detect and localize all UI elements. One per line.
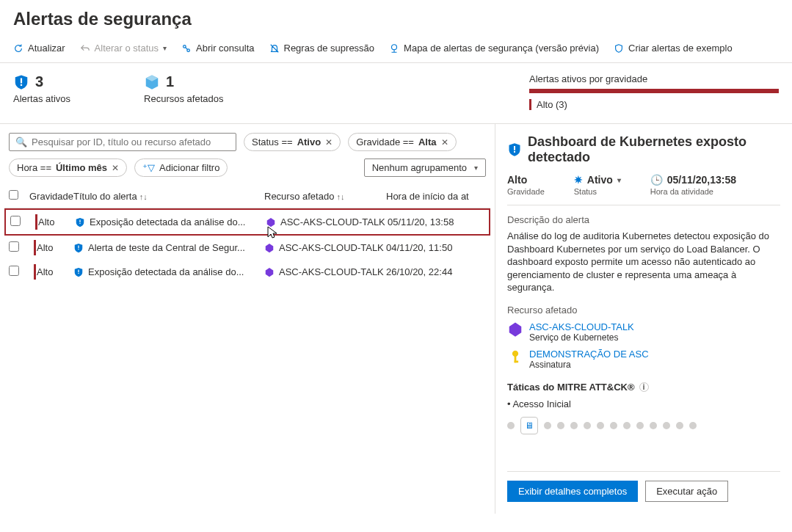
mitre-header: Táticas do MITRE ATT&CK® i [507, 382, 780, 393]
suppression-rules-button[interactable]: Regras de supressão [269, 43, 375, 54]
status-active-icon: ✷ [574, 174, 583, 186]
desc-text: Análise do log de auditoria Kubernetes d… [507, 230, 780, 294]
severity-panel: Alertas ativos por gravidade Alto (3) [529, 73, 779, 110]
svg-rect-14 [514, 146, 515, 150]
svg-rect-12 [78, 272, 79, 273]
col-resource[interactable]: Recurso afetado↑↓ [264, 191, 386, 202]
filter-status-pill[interactable]: Status == Ativo ✕ [244, 133, 341, 151]
meta-status[interactable]: ✷Ativo▾ Status [574, 174, 621, 196]
grouping-dropdown[interactable]: Nenhum agrupamento ▾ [364, 158, 486, 177]
search-icon: 🔍 [15, 136, 27, 147]
remove-filter-icon[interactable]: ✕ [112, 163, 119, 173]
cube-icon [144, 74, 160, 90]
shield-icon [13, 74, 29, 90]
query-icon [181, 43, 192, 54]
severity-bar-indicator [35, 214, 37, 230]
shield-icon [75, 217, 85, 227]
affected-header: Recurso afetado [507, 305, 780, 316]
map-icon [389, 43, 399, 54]
alert-map-button[interactable]: Mapa de alertas de segurança (versão pré… [389, 43, 599, 54]
shield-icon [73, 243, 84, 253]
change-status-button[interactable]: Alterar o status ▾ [80, 43, 167, 54]
remove-filter-icon[interactable]: ✕ [441, 137, 448, 147]
meta-severity: Alto Gravidade [507, 174, 545, 196]
search-input[interactable]: 🔍 [9, 133, 236, 151]
table-header: Gravidade Título do alerta↑↓ Recurso afe… [4, 184, 490, 208]
page-title: Alertas de segurança [0, 0, 792, 34]
bell-off-icon [269, 43, 280, 54]
svg-rect-8 [78, 245, 79, 248]
execute-action-button[interactable]: Executar ação [645, 481, 728, 502]
desc-header: Descrição do alerta [507, 214, 780, 225]
stats-bar: 3 Alertas ativos 1 Recursos afetados Ale… [0, 63, 792, 124]
kubernetes-icon [266, 217, 276, 227]
svg-point-2 [392, 44, 397, 49]
info-icon[interactable]: i [639, 382, 649, 392]
table-row[interactable]: Alto Alerta de teste da Central de Segur… [4, 236, 490, 260]
svg-point-0 [184, 45, 186, 48]
refresh-icon [13, 43, 23, 54]
row-checkbox[interactable] [9, 241, 19, 252]
svg-rect-15 [514, 151, 515, 153]
svg-point-1 [187, 48, 190, 51]
col-severity[interactable]: Gravidade [29, 191, 73, 202]
kubernetes-icon [507, 321, 523, 343]
chevron-down-icon: ▾ [617, 176, 621, 184]
filter-add-icon: ⁺▽ [142, 162, 155, 173]
table-row[interactable]: Alto Exposição detectada da análise do..… [4, 260, 490, 284]
kubernetes-icon [264, 267, 275, 277]
clock-icon: 🕒 [650, 174, 663, 186]
severity-bar [529, 89, 779, 93]
svg-rect-5 [79, 219, 80, 222]
chevron-down-icon: ▾ [474, 164, 478, 172]
remove-filter-icon[interactable]: ✕ [325, 137, 333, 147]
col-title[interactable]: Título do alerta↑↓ [73, 191, 264, 202]
row-checkbox[interactable] [9, 266, 19, 276]
active-alerts-stat: 3 Alertas ativos [13, 73, 70, 104]
shield-plus-icon [614, 43, 624, 54]
resource-item[interactable]: ASC-AKS-CLOUD-TALK Serviço de Kubernetes [507, 321, 780, 343]
toolbar: Atualizar Alterar o status ▾ Abrir consu… [0, 34, 792, 63]
shield-icon [73, 267, 84, 277]
add-filter-button[interactable]: ⁺▽ Adicionar filtro [134, 158, 228, 177]
table-row[interactable]: Alto Exposição detectada da análise do..… [4, 208, 490, 236]
svg-marker-7 [267, 217, 275, 226]
severity-bar-indicator [34, 240, 36, 255]
kubernetes-icon [264, 243, 275, 253]
mitre-tactic: • Acesso Inicial [507, 398, 780, 409]
svg-rect-3 [21, 78, 22, 83]
svg-rect-19 [515, 360, 519, 362]
svg-rect-9 [78, 248, 79, 249]
reply-icon [80, 43, 90, 54]
resource-item[interactable]: DEMONSTRAÇÃO DE ASC Assinatura [507, 349, 780, 370]
svg-rect-4 [21, 84, 22, 85]
col-time[interactable]: Hora de início da at [386, 191, 483, 202]
svg-marker-13 [266, 267, 274, 276]
filter-time-pill[interactable]: Hora == Último mês ✕ [9, 158, 127, 177]
svg-marker-10 [266, 243, 274, 252]
sort-icon: ↑↓ [336, 192, 344, 201]
detail-panel: Dashboard de Kubernetes exposto detectad… [495, 124, 792, 514]
monitor-icon: 🖥 [520, 417, 538, 434]
key-icon [507, 349, 523, 370]
affected-resources-stat: 1 Recursos afetados [144, 73, 223, 104]
sample-alerts-button[interactable]: Criar alertas de exemplo [614, 43, 733, 54]
row-checkbox[interactable] [10, 216, 21, 226]
sort-icon: ↑↓ [139, 192, 148, 201]
mitre-timeline: 🖥 [507, 417, 780, 434]
open-query-button[interactable]: Abrir consulta [181, 43, 254, 54]
select-all-checkbox[interactable] [9, 190, 18, 200]
filter-severity-pill[interactable]: Gravidade == Alta ✕ [348, 133, 456, 151]
chevron-down-icon: ▾ [163, 44, 167, 52]
shield-icon [507, 142, 522, 157]
svg-marker-16 [509, 322, 522, 336]
severity-bar-indicator [34, 264, 36, 280]
svg-rect-11 [78, 269, 79, 272]
meta-time: 🕒05/11/20,13:58 Hora da atividade [650, 174, 736, 196]
refresh-button[interactable]: Atualizar [13, 43, 65, 54]
view-full-details-button[interactable]: Exibir detalhes completos [507, 481, 638, 502]
svg-rect-6 [79, 222, 80, 223]
